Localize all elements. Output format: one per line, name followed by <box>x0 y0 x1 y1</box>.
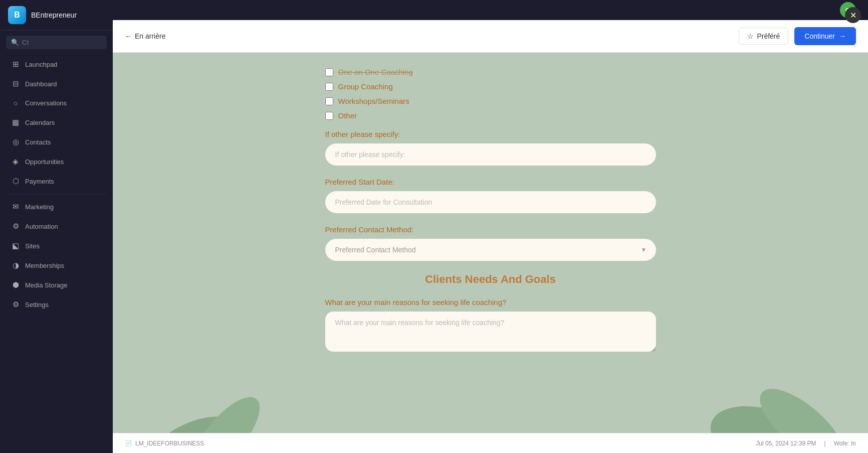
modal-actions: ☆ Préféré Continuer → <box>739 27 856 45</box>
payments-icon: ⬡ <box>11 177 20 186</box>
bottom-bar-icon: 📄 <box>125 440 132 447</box>
arrow-right-icon: → <box>839 32 846 40</box>
preferred-contact-label: Preferred Contact Method: <box>325 225 656 234</box>
sidebar-item-label: Calendars <box>25 119 55 126</box>
sites-icon: ⬕ <box>11 241 20 250</box>
modal: ← En arrière ☆ Préféré Continuer → One o… <box>113 20 868 453</box>
main-topbar: G ✕ <box>113 0 868 20</box>
search-icon: 🔍 <box>11 39 19 46</box>
sidebar-item-label: Conversations <box>25 99 67 107</box>
preferred-contact-section: Preferred Contact Method: Preferred Cont… <box>325 225 656 261</box>
checkbox-label-one-on-one: One on One Coaching <box>338 68 413 76</box>
star-icon: ☆ <box>747 32 754 40</box>
preferred-start-label: Preferred Start Date: <box>325 178 656 186</box>
sidebar-item-label: Contacts <box>25 138 51 146</box>
sidebar-item-payments[interactable]: ⬡ Payments <box>3 172 110 191</box>
checkbox-group: One on One Coaching Group Coaching Works… <box>325 68 656 120</box>
sidebar-item-label: Memberships <box>25 262 64 269</box>
modal-body[interactable]: One on One Coaching Group Coaching Works… <box>113 53 868 453</box>
conversations-icon: ○ <box>11 99 20 107</box>
bottom-bar: 📄 LM_IDEEFORBUSINESS Jul 05, 2024 12:39 … <box>113 433 868 453</box>
sidebar-item-automation[interactable]: ⚙ Automation <box>3 217 110 236</box>
checkbox-label-group-coaching: Group Coaching <box>338 82 393 91</box>
form-inner: One on One Coaching Group Coaching Works… <box>315 68 666 354</box>
if-other-section: If other please specify: <box>325 130 656 166</box>
sidebar-item-calendars[interactable]: ▦ Calendars <box>3 113 110 132</box>
preferred-start-input[interactable] <box>325 191 656 213</box>
search-bar[interactable]: 🔍 <box>6 36 107 49</box>
reasons-textarea[interactable] <box>325 312 656 352</box>
reasons-label: What are your main reasons for seeking l… <box>325 298 656 307</box>
sidebar-item-marketing[interactable]: ✉ Marketing <box>3 197 110 216</box>
sidebar-item-label: Opportunities <box>25 158 64 166</box>
checkbox-item-one-on-one[interactable]: One on One Coaching <box>325 68 656 76</box>
if-other-input[interactable] <box>325 143 656 166</box>
bottom-bar-name: LM_IDEEFORBUSINESS <box>135 440 204 447</box>
checkbox-item-workshops[interactable]: Workshops/Seminars <box>325 97 656 105</box>
brand-name: BEntrepreneur <box>31 11 77 19</box>
checkbox-workshops[interactable] <box>325 97 333 105</box>
back-button[interactable]: ← En arrière <box>125 32 165 40</box>
bottom-bar-info: Wofe: In <box>834 440 856 447</box>
preferred-start-section: Preferred Start Date: <box>325 178 656 213</box>
marketing-icon: ✉ <box>11 202 20 211</box>
sidebar-logo: B BEntrepreneur <box>0 0 113 31</box>
sidebar-item-label: Automation <box>25 223 58 230</box>
checkbox-label-workshops: Workshops/Seminars <box>338 97 409 105</box>
dashboard-icon: ⊟ <box>11 79 20 88</box>
sidebar-item-dashboard[interactable]: ⊟ Dashboard <box>3 74 110 93</box>
checkbox-item-other[interactable]: Other <box>325 111 656 120</box>
sidebar-item-label: Settings <box>25 301 49 309</box>
prefered-button[interactable]: ☆ Préféré <box>739 28 788 45</box>
bottom-bar-date: Jul 05, 2024 12:39 PM <box>756 440 816 447</box>
continuer-button[interactable]: Continuer → <box>794 27 856 45</box>
sidebar-item-contacts[interactable]: ◎ Contacts <box>3 132 110 152</box>
settings-icon: ⚙ <box>11 300 20 309</box>
main-area: G ✕ ← En arrière ☆ Préféré Continuer → <box>113 0 868 453</box>
calendars-icon: ▦ <box>11 118 20 127</box>
launchpad-icon: ⊞ <box>11 60 20 69</box>
media-storage-icon: ⬢ <box>11 280 20 289</box>
sidebar: B BEntrepreneur 🔍 ⊞ Launchpad⊟ Dashboard… <box>0 0 113 453</box>
sidebar-item-label: Dashboard <box>25 80 57 88</box>
reasons-section: What are your main reasons for seeking l… <box>325 298 656 354</box>
close-button[interactable]: ✕ <box>845 7 861 23</box>
sidebar-item-label: Media Storage <box>25 281 68 289</box>
sidebar-item-media-storage[interactable]: ⬢ Media Storage <box>3 275 110 294</box>
modal-header: ← En arrière ☆ Préféré Continuer → <box>113 20 868 53</box>
checkbox-one-on-one[interactable] <box>325 68 333 76</box>
sidebar-item-conversations[interactable]: ○ Conversations <box>3 94 110 112</box>
checkbox-group-coaching[interactable] <box>325 83 333 91</box>
if-other-label: If other please specify: <box>325 130 656 138</box>
checkbox-label-other: Other <box>338 111 357 120</box>
sidebar-item-settings[interactable]: ⚙ Settings <box>3 295 110 314</box>
search-input[interactable] <box>22 39 102 46</box>
sidebar-item-label: Launchpad <box>25 61 57 68</box>
opportunities-icon: ◈ <box>11 157 20 166</box>
contacts-icon: ◎ <box>11 137 20 146</box>
nav-list: ⊞ Launchpad⊟ Dashboard○ Conversations▦ C… <box>0 54 113 315</box>
automation-icon: ⚙ <box>11 222 20 231</box>
back-arrow-icon: ← <box>125 32 132 40</box>
sidebar-item-label: Sites <box>25 242 40 250</box>
checkbox-item-group-coaching[interactable]: Group Coaching <box>325 82 656 91</box>
checkbox-other[interactable] <box>325 112 333 120</box>
sidebar-item-sites[interactable]: ⬕ Sites <box>3 236 110 255</box>
sidebar-item-label: Marketing <box>25 203 54 211</box>
preferred-contact-select[interactable]: Preferred Contact MethodEmailPhoneTextVi… <box>325 239 656 261</box>
logo-icon: B <box>8 6 26 24</box>
preferred-contact-wrapper: Preferred Contact MethodEmailPhoneTextVi… <box>325 239 656 261</box>
sidebar-item-launchpad[interactable]: ⊞ Launchpad <box>3 55 110 74</box>
sidebar-item-label: Payments <box>25 178 54 185</box>
memberships-icon: ◑ <box>11 261 20 270</box>
sidebar-item-opportunities[interactable]: ◈ Opportunities <box>3 152 110 171</box>
sidebar-item-memberships[interactable]: ◑ Memberships <box>3 256 110 275</box>
section-title: Clients Needs And Goals <box>325 273 656 286</box>
form-container: One on One Coaching Group Coaching Works… <box>113 53 868 453</box>
